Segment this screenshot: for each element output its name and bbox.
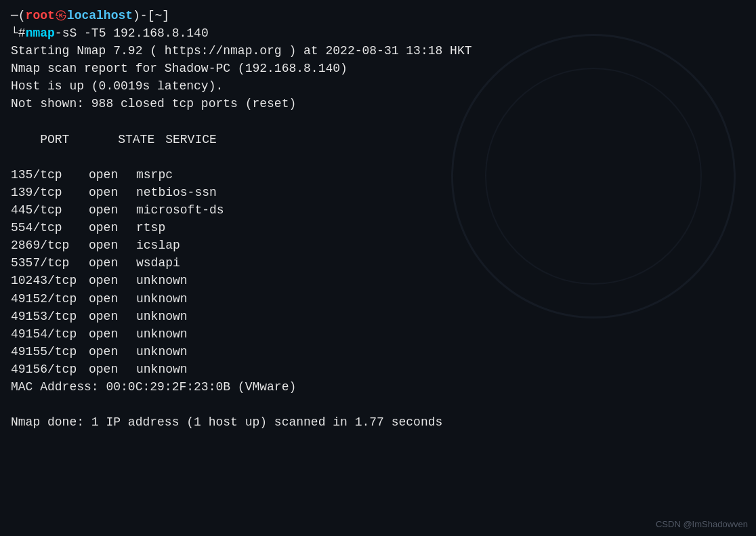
port-col: 49156/tcp [11,360,89,378]
service-col: unknown [136,325,188,343]
cmd-nmap: nmap [26,24,55,42]
port-row: 2869/tcp open icslap [11,236,745,254]
service-col: rtsp [136,219,165,236]
port-row: 5357/tcp open wsdapi [11,254,745,272]
prompt-line-2: └# nmap -sS -T5 192.168.8.140 [11,24,745,42]
output-blank [11,396,745,413]
port-col: 2869/tcp [11,236,89,254]
port-col: 135/tcp [11,166,89,184]
bracket-open: ─( [11,7,26,24]
prompt-line-1: ─(root㉿localhost)-[~] [11,7,745,24]
state-col: open [89,325,136,343]
state-col: open [89,290,136,308]
state-col: open [89,272,136,289]
prompt-dir: ~ [154,7,162,24]
port-row: 49155/tcp open unknown [11,343,745,360]
port-table-header: PORTSTATESERVICE [11,113,745,166]
bracket-close-paren: )-[ [133,7,154,24]
state-col: open [89,219,136,236]
port-table-body: 135/tcp open msrpc139/tcp open netbios-s… [11,166,745,378]
service-col: unknown [136,360,188,378]
port-row: 49154/tcp open unknown [11,325,745,343]
terminal-window: ─(root㉿localhost)-[~] └# nmap -sS -T5 19… [0,0,756,536]
service-col: microsoft-ds [136,201,224,219]
prompt-hash: # [18,24,26,42]
output-mac: MAC Address: 00:0C:29:2F:23:0B (VMware) [11,378,745,396]
state-col: open [89,236,136,254]
port-col: 5357/tcp [11,254,89,272]
service-col: msrpc [136,166,173,184]
state-col: open [89,184,136,201]
header-service: SERVICE [165,131,217,148]
prompt-arrow: └ [11,24,18,42]
prompt-host: localhost [67,7,133,24]
service-col: unknown [136,343,188,360]
port-col: 49155/tcp [11,343,89,360]
header-state: STATE [118,131,165,148]
prompt-dir-bracket: ] [162,7,169,24]
port-col: 10243/tcp [11,272,89,289]
service-col: wsdapi [136,254,180,272]
port-row: 139/tcp open netbios-ssn [11,184,745,201]
port-col: 49154/tcp [11,325,89,343]
service-col: icslap [136,236,180,254]
service-col: unknown [136,308,188,325]
service-col: netbios-ssn [136,184,217,201]
port-row: 445/tcp open microsoft-ds [11,201,745,219]
state-col: open [89,360,136,378]
cmd-args: -sS -T5 192.168.8.140 [55,24,209,42]
output-done: Nmap done: 1 IP address (1 host up) scan… [11,413,745,431]
prompt-at: ㉿ [55,7,67,24]
header-port: PORT [40,131,118,148]
prompt-user: root [26,7,55,24]
state-col: open [89,308,136,325]
output-line-host: Host is up (0.0019s latency). [11,77,745,95]
port-row: 135/tcp open msrpc [11,166,745,184]
port-col: 554/tcp [11,219,89,236]
port-row: 49156/tcp open unknown [11,360,745,378]
state-col: open [89,343,136,360]
port-row: 554/tcp open rtsp [11,219,745,236]
port-col: 49152/tcp [11,290,89,308]
output-line-report: Nmap scan report for Shadow-PC (192.168.… [11,60,745,77]
port-row: 49152/tcp open unknown [11,290,745,308]
service-col: unknown [136,290,188,308]
state-col: open [89,166,136,184]
port-row: 10243/tcp open unknown [11,272,745,289]
output-line-starting: Starting Nmap 7.92 ( https://nmap.org ) … [11,42,745,60]
port-col: 49153/tcp [11,308,89,325]
port-col: 139/tcp [11,184,89,201]
port-row: 49153/tcp open unknown [11,308,745,325]
service-col: unknown [136,272,188,289]
state-col: open [89,254,136,272]
state-col: open [89,201,136,219]
csdn-watermark: CSDN @ImShadowven [656,519,748,529]
port-col: 445/tcp [11,201,89,219]
output-line-not-shown: Not shown: 988 closed tcp ports (reset) [11,95,745,112]
